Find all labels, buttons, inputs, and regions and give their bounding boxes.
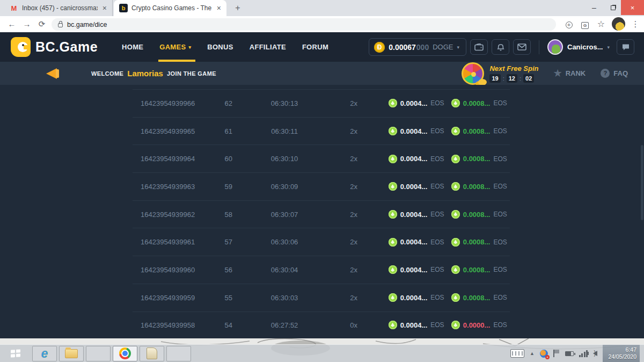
next-free-spin-label: Next Free Spin [489,64,538,73]
window-close-button[interactable]: × [621,0,644,15]
action-center-flag-icon[interactable] [553,350,560,357]
bet-history-row[interactable]: 16423954939962 58 06:30:07 2x 0.0004... … [133,200,510,228]
bet-amount: 0.0004... [400,183,428,191]
chat-button[interactable] [617,39,634,55]
tray-app-icon[interactable]: × [540,350,548,358]
tab-bcgame[interactable]: b Crypto Casino Games - The 8 Be × [114,0,226,16]
bet-amount: 0.0004... [400,155,428,163]
bet-multiplier: 2x [319,211,389,219]
bcgame-favicon-icon: b [119,4,128,12]
bet-currency: EOS [430,238,444,246]
balance-selector[interactable]: Đ 0.00067 000 DOGE ▾ [369,38,466,56]
browser-menu-button[interactable]: ⋮ [629,18,642,31]
bet-history-row[interactable]: 16423954939961 57 06:30:06 2x 0.0004... … [133,228,510,256]
coins-icon [478,79,487,85]
taskbar-pinned-app-2[interactable] [166,346,191,361]
wallet-button[interactable] [470,39,488,55]
user-name: Canicros... [567,43,603,51]
bet-multiplier: 2x [319,155,389,163]
bet-result: 58 [207,211,250,219]
timer-seconds: 02 [523,74,534,83]
back-button[interactable]: ← [5,18,18,31]
taskbar-pinned-app-1[interactable] [86,346,111,361]
bet-time: 06:27:52 [250,321,319,329]
bet-history-row[interactable]: 16423954939959 55 06:30:03 2x 0.0004... … [133,284,510,312]
taskbar-file-explorer[interactable] [59,346,84,361]
mail-icon [517,44,526,50]
bet-history-row[interactable]: 16423954939966 62 06:30:13 2x 0.0004... … [133,89,510,117]
show-hidden-icons-button[interactable]: ▲ [530,351,535,356]
nav-home[interactable]: HOME [122,32,143,62]
bet-result: 62 [207,99,250,107]
rank-link[interactable]: ★ RANK [553,68,586,79]
bet-id: 16423954939965 [133,127,207,135]
main-navigation: HOME GAMES▾ BONUS AFFILIATE FORUM [122,32,328,62]
taskbar-clock[interactable]: 6:47 24/05/2020 [603,345,640,362]
taskbar-internet-explorer[interactable]: e [32,346,57,361]
eos-coin-icon [389,265,397,274]
messages-button[interactable] [513,39,531,55]
page-content: 16423954939966 62 06:30:13 2x 0.0004... … [0,85,644,338]
keyboard-icon[interactable] [510,349,524,358]
payout-amount: 0.0008... [463,294,491,302]
bet-result: 55 [207,294,250,302]
user-menu[interactable]: Canicros... ▾ [547,39,610,55]
folder-icon [65,349,78,358]
bet-multiplier: 2x [319,183,389,191]
eos-coin-icon [451,293,460,302]
forward-button[interactable]: → [20,18,33,31]
bet-history-table: 16423954939966 62 06:30:13 2x 0.0004... … [133,89,510,339]
payout-amount: 0.0008... [463,183,491,191]
bookmark-star-button[interactable]: ☆ [595,18,608,31]
speaker-icon[interactable] [593,351,597,356]
tab-close-icon[interactable]: × [101,4,108,12]
browser-profile-avatar[interactable] [612,17,625,31]
bcgame-logo[interactable]: BC.Game [11,37,98,57]
nav-forum[interactable]: FORUM [302,32,328,62]
translate-icon: G [581,22,589,29]
windows-logo-icon [11,349,20,358]
faq-label: FAQ [613,69,628,77]
bet-time: 06:30:10 [250,155,319,163]
payout-currency: EOS [493,211,507,218]
payout-amount: 0.0008... [463,127,491,135]
start-button[interactable] [1,346,30,361]
page-scrollbar[interactable] [641,145,643,220]
taskbar-notes-app[interactable] [140,346,164,361]
url-text: bc.game/dice [67,21,107,28]
faq-link[interactable]: ? FAQ [601,69,628,78]
doge-coin-icon: Đ [374,42,385,53]
reload-button[interactable]: ⟳ [35,18,48,31]
bet-time: 06:30:06 [250,238,319,246]
nav-bonus[interactable]: BONUS [207,32,233,62]
payout-amount: 0.0008... [463,99,491,107]
bet-history-row[interactable]: 16423954939964 60 06:30:10 2x 0.0004... … [133,144,510,172]
window-minimize-button[interactable]: – [586,0,602,15]
notifications-button[interactable] [492,39,509,55]
taskbar-chrome-active[interactable] [113,346,137,361]
battery-icon[interactable] [565,351,574,356]
bet-currency: EOS [430,183,444,190]
announcement-banner: WELCOME Lamorias JOIN THE GAME Next Free… [0,62,644,85]
add-shortcut-button[interactable]: + [562,18,575,31]
desktop-and-taskbar: e ▲ × 6:47 24/05/2020 [0,338,644,362]
nav-games[interactable]: GAMES▾ [159,32,191,62]
bet-history-row[interactable]: 16423954939965 61 06:30:11 2x 0.0004... … [133,117,510,145]
free-spin-widget[interactable]: Next Free Spin 19 : 12 : 02 [462,62,538,85]
bet-multiplier: 2x [319,266,389,274]
bet-history-row[interactable]: 16423954939958 54 06:27:52 0x 0.0004... … [133,312,510,339]
bet-history-row[interactable]: 16423954939963 59 06:30:09 2x 0.0004... … [133,172,510,200]
tab-close-icon[interactable]: × [216,4,222,12]
bet-currency: EOS [430,155,444,163]
spin-countdown-timer: 19 : 12 : 02 [489,74,538,83]
tab-gmail[interactable]: M Inbox (457) - canicrossmaxx@gm × [4,0,113,16]
bet-history-row[interactable]: 16423954939960 56 06:30:04 2x 0.0004... … [133,256,510,284]
user-avatar [547,39,563,55]
window-restore-button[interactable] [605,0,621,15]
nav-affiliate[interactable]: AFFILIATE [250,32,286,62]
payout-currency: EOS [493,294,507,301]
translate-button[interactable]: G [579,18,591,31]
bet-multiplier: 2x [319,99,389,107]
new-tab-button[interactable]: + [232,3,244,15]
url-bar[interactable]: bc.game/dice [52,18,556,31]
